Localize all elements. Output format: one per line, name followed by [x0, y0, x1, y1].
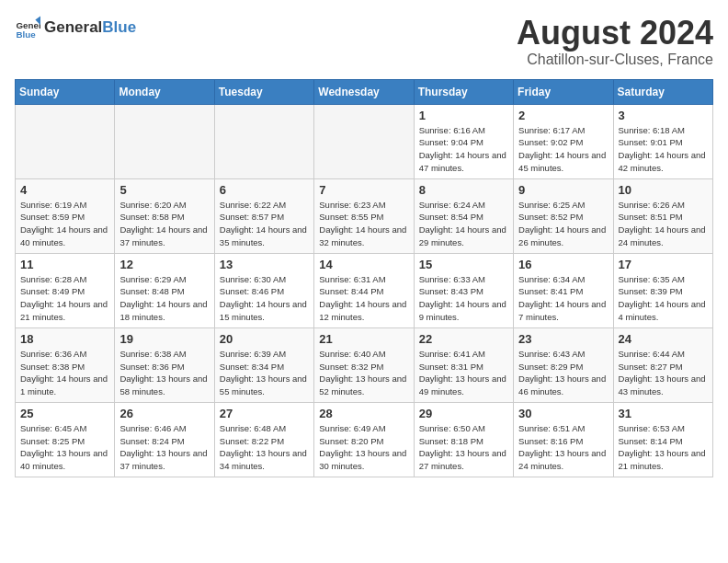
- day-number: 21: [319, 332, 408, 346]
- calendar-cell: 31Sunrise: 6:53 AM Sunset: 8:14 PM Dayli…: [613, 402, 712, 477]
- calendar-cell: [314, 104, 414, 178]
- calendar-cell: 14Sunrise: 6:31 AM Sunset: 8:44 PM Dayli…: [314, 253, 414, 327]
- calendar-cell: 25Sunrise: 6:45 AM Sunset: 8:25 PM Dayli…: [16, 402, 115, 477]
- cell-info: Sunrise: 6:28 AM Sunset: 8:49 PM Dayligh…: [20, 273, 109, 324]
- calendar-cell: 16Sunrise: 6:34 AM Sunset: 8:41 PM Dayli…: [514, 253, 613, 327]
- day-number: 31: [619, 407, 708, 420]
- cell-info: Sunrise: 6:53 AM Sunset: 8:14 PM Dayligh…: [619, 422, 708, 473]
- cell-info: Sunrise: 6:34 AM Sunset: 8:41 PM Dayligh…: [518, 273, 608, 324]
- day-number: 12: [119, 258, 209, 271]
- calendar-cell: 27Sunrise: 6:48 AM Sunset: 8:22 PM Dayli…: [214, 402, 313, 477]
- cell-info: Sunrise: 6:33 AM Sunset: 8:43 PM Dayligh…: [419, 273, 508, 324]
- month-year: August 2024: [517, 15, 713, 52]
- cell-info: Sunrise: 6:22 AM Sunset: 8:57 PM Dayligh…: [220, 199, 309, 249]
- day-number: 30: [518, 407, 608, 420]
- day-number: 7: [319, 183, 408, 197]
- day-number: 19: [119, 332, 209, 346]
- calendar-cell: 17Sunrise: 6:35 AM Sunset: 8:39 PM Dayli…: [613, 253, 712, 327]
- calendar-cell: 2Sunrise: 6:17 AM Sunset: 9:02 PM Daylig…: [514, 104, 613, 178]
- day-number: 29: [419, 407, 508, 420]
- day-number: 6: [220, 183, 309, 197]
- logo-icon: General Blue: [15, 15, 40, 40]
- calendar-cell: 8Sunrise: 6:24 AM Sunset: 8:54 PM Daylig…: [414, 178, 513, 253]
- calendar-cell: 19Sunrise: 6:38 AM Sunset: 8:36 PM Dayli…: [115, 327, 214, 402]
- day-number: 28: [319, 407, 408, 420]
- day-number: 23: [518, 332, 608, 346]
- weekday-thursday: Thursday: [414, 79, 513, 104]
- day-number: 20: [220, 332, 309, 346]
- calendar-cell: 30Sunrise: 6:51 AM Sunset: 8:16 PM Dayli…: [514, 402, 613, 477]
- title-area: August 2024 Chatillon-sur-Cluses, France: [517, 15, 713, 68]
- calendar-cell: 1Sunrise: 6:16 AM Sunset: 9:04 PM Daylig…: [414, 104, 513, 178]
- day-number: 13: [220, 258, 309, 271]
- cell-info: Sunrise: 6:46 AM Sunset: 8:24 PM Dayligh…: [119, 422, 209, 473]
- day-number: 24: [619, 332, 708, 346]
- cell-info: Sunrise: 6:51 AM Sunset: 8:16 PM Dayligh…: [518, 422, 608, 473]
- calendar-cell: 13Sunrise: 6:30 AM Sunset: 8:46 PM Dayli…: [214, 253, 313, 327]
- calendar-body: 1Sunrise: 6:16 AM Sunset: 9:04 PM Daylig…: [16, 104, 713, 477]
- cell-info: Sunrise: 6:31 AM Sunset: 8:44 PM Dayligh…: [319, 273, 408, 324]
- calendar-cell: 24Sunrise: 6:44 AM Sunset: 8:27 PM Dayli…: [613, 327, 712, 402]
- weekday-tuesday: Tuesday: [214, 79, 313, 104]
- calendar-cell: 18Sunrise: 6:36 AM Sunset: 8:38 PM Dayli…: [16, 327, 115, 402]
- day-number: 25: [20, 407, 109, 420]
- calendar-table: SundayMondayTuesdayWednesdayThursdayFrid…: [15, 79, 713, 477]
- calendar-cell: 26Sunrise: 6:46 AM Sunset: 8:24 PM Dayli…: [115, 402, 214, 477]
- week-row-3: 11Sunrise: 6:28 AM Sunset: 8:49 PM Dayli…: [16, 253, 713, 327]
- day-number: 8: [419, 183, 508, 197]
- cell-info: Sunrise: 6:50 AM Sunset: 8:18 PM Dayligh…: [419, 422, 508, 473]
- calendar-cell: 23Sunrise: 6:43 AM Sunset: 8:29 PM Dayli…: [514, 327, 613, 402]
- location: Chatillon-sur-Cluses, France: [517, 52, 713, 68]
- week-row-4: 18Sunrise: 6:36 AM Sunset: 8:38 PM Dayli…: [16, 327, 713, 402]
- calendar-cell: 29Sunrise: 6:50 AM Sunset: 8:18 PM Dayli…: [414, 402, 513, 477]
- cell-info: Sunrise: 6:26 AM Sunset: 8:51 PM Dayligh…: [619, 199, 708, 249]
- cell-info: Sunrise: 6:20 AM Sunset: 8:58 PM Dayligh…: [119, 199, 209, 249]
- cell-info: Sunrise: 6:30 AM Sunset: 8:46 PM Dayligh…: [220, 273, 309, 324]
- weekday-sunday: Sunday: [16, 79, 115, 104]
- calendar-cell: 15Sunrise: 6:33 AM Sunset: 8:43 PM Dayli…: [414, 253, 513, 327]
- weekday-monday: Monday: [115, 79, 214, 104]
- week-row-1: 1Sunrise: 6:16 AM Sunset: 9:04 PM Daylig…: [16, 104, 713, 178]
- week-row-5: 25Sunrise: 6:45 AM Sunset: 8:25 PM Dayli…: [16, 402, 713, 477]
- logo-general: GeneralBlue: [44, 19, 136, 37]
- cell-info: Sunrise: 6:35 AM Sunset: 8:39 PM Dayligh…: [619, 273, 708, 324]
- cell-info: Sunrise: 6:29 AM Sunset: 8:48 PM Dayligh…: [119, 273, 209, 324]
- cell-info: Sunrise: 6:18 AM Sunset: 9:01 PM Dayligh…: [619, 124, 708, 175]
- cell-info: Sunrise: 6:40 AM Sunset: 8:32 PM Dayligh…: [319, 348, 408, 398]
- day-number: 10: [619, 183, 708, 197]
- day-number: 3: [619, 109, 708, 122]
- calendar-cell: [214, 104, 313, 178]
- cell-info: Sunrise: 6:45 AM Sunset: 8:25 PM Dayligh…: [20, 422, 109, 473]
- cell-info: Sunrise: 6:24 AM Sunset: 8:54 PM Dayligh…: [419, 199, 508, 249]
- calendar-cell: 22Sunrise: 6:41 AM Sunset: 8:31 PM Dayli…: [414, 327, 513, 402]
- day-number: 11: [20, 258, 109, 271]
- week-row-2: 4Sunrise: 6:19 AM Sunset: 8:59 PM Daylig…: [16, 178, 713, 253]
- calendar-cell: 9Sunrise: 6:25 AM Sunset: 8:52 PM Daylig…: [514, 178, 613, 253]
- day-number: 18: [20, 332, 109, 346]
- cell-info: Sunrise: 6:25 AM Sunset: 8:52 PM Dayligh…: [518, 199, 608, 249]
- day-number: 5: [119, 183, 209, 197]
- weekday-friday: Friday: [514, 79, 613, 104]
- logo: General Blue GeneralBlue: [15, 15, 136, 40]
- calendar-cell: 10Sunrise: 6:26 AM Sunset: 8:51 PM Dayli…: [613, 178, 712, 253]
- calendar-cell: 11Sunrise: 6:28 AM Sunset: 8:49 PM Dayli…: [16, 253, 115, 327]
- day-number: 2: [518, 109, 608, 122]
- calendar-cell: 28Sunrise: 6:49 AM Sunset: 8:20 PM Dayli…: [314, 402, 414, 477]
- weekday-header-row: SundayMondayTuesdayWednesdayThursdayFrid…: [16, 79, 713, 104]
- calendar-cell: 5Sunrise: 6:20 AM Sunset: 8:58 PM Daylig…: [115, 178, 214, 253]
- weekday-wednesday: Wednesday: [314, 79, 414, 104]
- calendar-cell: 3Sunrise: 6:18 AM Sunset: 9:01 PM Daylig…: [613, 104, 712, 178]
- calendar-cell: 20Sunrise: 6:39 AM Sunset: 8:34 PM Dayli…: [214, 327, 313, 402]
- calendar-cell: 4Sunrise: 6:19 AM Sunset: 8:59 PM Daylig…: [16, 178, 115, 253]
- cell-info: Sunrise: 6:38 AM Sunset: 8:36 PM Dayligh…: [119, 348, 209, 398]
- cell-info: Sunrise: 6:49 AM Sunset: 8:20 PM Dayligh…: [319, 422, 408, 473]
- day-number: 14: [319, 258, 408, 271]
- cell-info: Sunrise: 6:41 AM Sunset: 8:31 PM Dayligh…: [419, 348, 508, 398]
- header: General Blue GeneralBlue August 2024 Cha…: [15, 15, 713, 68]
- calendar-cell: [16, 104, 115, 178]
- cell-info: Sunrise: 6:16 AM Sunset: 9:04 PM Dayligh…: [419, 124, 508, 175]
- weekday-saturday: Saturday: [613, 79, 712, 104]
- day-number: 27: [220, 407, 309, 420]
- day-number: 16: [518, 258, 608, 271]
- day-number: 22: [419, 332, 508, 346]
